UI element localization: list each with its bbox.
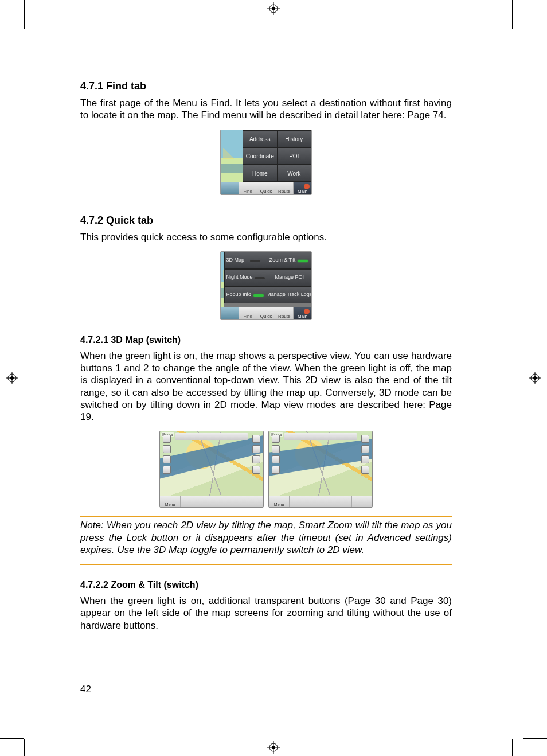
map-bottom-menu: Menu (160, 496, 181, 507)
tab-quick: Quick (257, 307, 276, 319)
tab-route: Route (275, 307, 294, 319)
screenshot-find-menu: Address History Coordinate POI Home Work (220, 130, 312, 195)
heading-find-tab: 4.7.1 Find tab (80, 80, 452, 92)
page-number: 42 (80, 684, 91, 695)
screenshot-map-3d: Route Menu (159, 431, 264, 508)
find-btn-address: Address (243, 130, 278, 147)
find-btn-work: Work (278, 165, 312, 182)
quick-btn-popup-info: Popup Info (224, 286, 268, 303)
para-zoom-tilt-switch: When the green light is on, additional t… (80, 595, 452, 632)
heading-3d-map-switch: 4.7.2.1 3D Map (switch) (80, 335, 452, 345)
quick-btn-manage-poi: Manage POI (268, 269, 311, 286)
find-btn-coordinate: Coordinate (243, 147, 278, 165)
quick-btn-night-mode: Night Mode (224, 269, 268, 286)
tab-quick: Quick (257, 182, 276, 194)
registration-mark-icon (529, 372, 541, 384)
tab-route: Route (275, 182, 294, 194)
quick-btn-manage-tracklogs: Manage Track Logs (268, 286, 311, 303)
tab-main: Main (294, 307, 311, 319)
para-quick-tab: This provides quick access to some confi… (80, 231, 452, 243)
registration-mark-icon (267, 2, 280, 15)
para-3d-map-switch: When the green light is on, the map show… (80, 350, 452, 423)
tab-find: Find (239, 182, 257, 194)
screenshot-map-2d: Route Menu (268, 431, 373, 508)
quick-btn-zoom-tilt: Zoom & Tilt (268, 252, 311, 269)
heading-quick-tab: 4.7.2 Quick tab (80, 215, 452, 227)
heading-zoom-tilt-switch: 4.7.2.2 Zoom & Tilt (switch) (80, 580, 452, 590)
find-btn-history: History (278, 130, 312, 147)
quick-btn-3d-map: 3D Map (224, 252, 268, 269)
screenshot-quick-menu: 3D Map Zoom & Tilt Night Mode Manage POI… (220, 251, 312, 320)
divider (80, 516, 452, 517)
map-bottom-menu: Menu (269, 496, 290, 507)
note-text: Note: When you reach 2D view by tilting … (80, 519, 452, 556)
registration-mark-icon (267, 741, 280, 754)
find-btn-home: Home (243, 165, 278, 182)
registration-mark-icon (6, 372, 18, 384)
para-find-tab: The first page of the Menu is Find. It l… (80, 97, 452, 122)
tab-find: Find (239, 307, 257, 319)
tab-main: Main (294, 182, 311, 194)
find-btn-poi: POI (278, 147, 312, 165)
divider (80, 564, 452, 565)
